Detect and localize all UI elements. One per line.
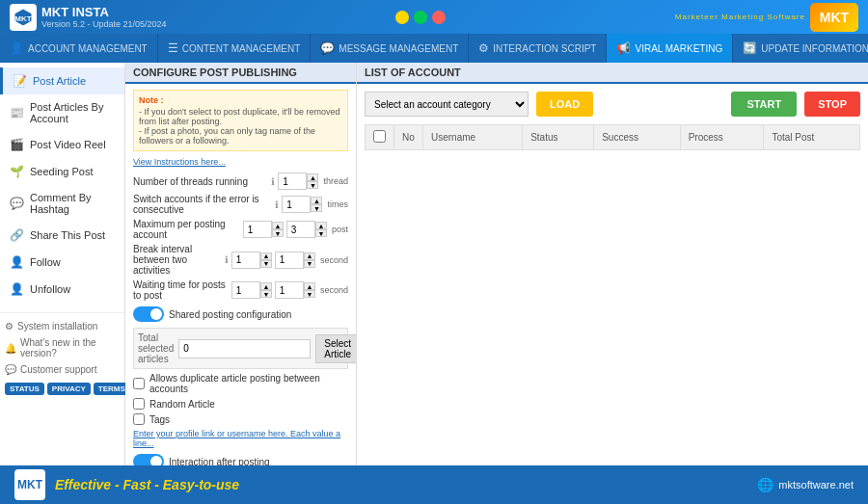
sidebar-customer-support[interactable]: 💬 Customer support	[0, 361, 124, 378]
customer-support-icon: 💬	[5, 364, 16, 375]
random-article-label: Random Article	[149, 399, 215, 410]
view-instructions-link[interactable]: View Instructions here...	[133, 157, 348, 167]
break-spinner1: ▲ ▼	[260, 252, 272, 268]
privacy-badge[interactable]: PRIVACY	[47, 383, 91, 395]
tab-viral-marketing[interactable]: 📢 VIRAL MARKETING	[607, 34, 733, 63]
random-article-checkbox[interactable]	[133, 398, 145, 410]
waiting-time-label: Waiting time for posts to post	[133, 279, 229, 301]
wait-spin-up1[interactable]: ▲	[260, 282, 272, 290]
footer: MKT Effective - Fast - Easy-to-use 🌐 mkt…	[0, 465, 868, 504]
break-spin-down2[interactable]: ▼	[304, 260, 315, 268]
maximize-button[interactable]: □	[414, 11, 427, 24]
max-spin-up1[interactable]: ▲	[272, 222, 284, 229]
system-installation-icon: ⚙	[5, 321, 14, 332]
svg-text:MKT: MKT	[14, 14, 31, 23]
total-articles-input[interactable]	[178, 339, 311, 358]
select-article-row: Total selected articles Select Article	[133, 328, 348, 369]
interaction-script-icon: ⚙	[478, 41, 489, 55]
configure-panel: CONFIGURE POST PUBLISHING Note : - If yo…	[125, 63, 357, 465]
max-spin-down2[interactable]: ▼	[315, 229, 327, 237]
consecutive-input-group: ▲ ▼	[282, 196, 322, 213]
break-input-group2: ▲ ▼	[275, 252, 315, 269]
tab-update-information[interactable]: 🔄 UPDATE INFORMATION	[733, 34, 868, 63]
wait-spin-down2[interactable]: ▼	[304, 290, 315, 298]
post-articles-account-icon: 📰	[10, 106, 24, 119]
break-input-max[interactable]	[275, 252, 304, 269]
globe-icon: 🌐	[757, 477, 773, 492]
tab-account-management[interactable]: 👤 ACCOUNT MANAGEMENT	[0, 34, 158, 63]
select-article-button[interactable]: Select Article	[315, 334, 357, 363]
break-spin-down1[interactable]: ▼	[260, 260, 272, 268]
tab-interaction-script[interactable]: ⚙ INTERACTION SCRIPT	[469, 34, 607, 63]
sidebar-item-follow[interactable]: 👤 Follow	[0, 249, 124, 276]
header-right: Marketeer Marketing Software MKT	[675, 3, 858, 32]
shared-posting-toggle[interactable]	[133, 306, 164, 322]
tags-checkbox[interactable]	[133, 413, 145, 425]
break-spinner2: ▲ ▼	[304, 252, 315, 268]
th-checkbox	[366, 125, 394, 150]
max-spin-up2[interactable]: ▲	[315, 222, 327, 229]
note-box: Note : - If you don't select to post dup…	[133, 90, 348, 151]
category-select[interactable]: Select an account category	[365, 92, 529, 117]
tab-content-management[interactable]: ☰ CONTENT MANAGEMENT	[158, 34, 312, 63]
table-header-row: No Username Status Success Process Total…	[366, 125, 860, 150]
max-input-max[interactable]	[286, 221, 315, 238]
break-input-min[interactable]	[231, 252, 260, 269]
status-badge[interactable]: STATUS	[5, 383, 44, 395]
break-spin-up2[interactable]: ▲	[304, 252, 315, 260]
sidebar-whats-new[interactable]: 🔔 What's new in the version?	[0, 334, 124, 361]
seeding-post-icon: 🌱	[10, 165, 24, 178]
allow-duplicate-checkbox[interactable]	[133, 378, 145, 389]
threads-input-group: ▲ ▼	[278, 172, 318, 190]
consecutive-input[interactable]	[282, 196, 311, 213]
minimize-button[interactable]: −	[395, 11, 409, 24]
sidebar-item-seeding-post[interactable]: 🌱 Seeding Post	[0, 158, 124, 185]
break-spin-up1[interactable]: ▲	[260, 252, 272, 260]
threads-spin-up[interactable]: ▲	[307, 173, 318, 181]
consecutive-spin-down[interactable]: ▼	[311, 204, 322, 212]
footer-right: 🌐 mktsoftware.net	[757, 477, 854, 492]
consecutive-spin-up[interactable]: ▲	[311, 197, 322, 204]
wait-spin-up2[interactable]: ▲	[304, 282, 315, 290]
note-label: Note :	[139, 95, 342, 105]
select-all-checkbox[interactable]	[373, 130, 386, 143]
interaction-label: Interaction after posting	[169, 457, 270, 466]
tab-message-management[interactable]: 💬 MESSAGE MANAGEMENT	[311, 34, 469, 63]
close-button[interactable]: ×	[432, 11, 446, 24]
max-input-min[interactable]	[243, 221, 272, 238]
tags-label: Tags	[149, 414, 170, 425]
consecutive-error-label: Switch accounts if the error is consecut…	[133, 194, 272, 215]
threads-info-icon: ℹ	[271, 176, 275, 187]
th-process: Process	[680, 125, 764, 150]
profile-link[interactable]: Enter your profile link or username here…	[133, 429, 348, 448]
wait-spin-down1[interactable]: ▼	[260, 290, 272, 298]
website-url[interactable]: mktsoftware.net	[778, 479, 854, 491]
interaction-toggle-row: Interaction after posting	[133, 454, 348, 465]
threads-input[interactable]	[278, 172, 307, 190]
sidebar-item-comment-hashtag[interactable]: 💬 Comment By Hashtag	[0, 185, 124, 222]
total-selected-label: Total selected articles	[138, 332, 174, 364]
sidebar-item-post-articles-account[interactable]: 📰 Post Articles By Account	[0, 94, 124, 131]
load-button[interactable]: LOAD	[536, 92, 593, 117]
sidebar-item-post-article[interactable]: 📝 Post Article	[0, 67, 124, 94]
window-header: MKT MKT INSTA Version 5.2 - Update 21/05…	[0, 0, 868, 34]
max-spin-down1[interactable]: ▼	[272, 229, 284, 237]
threads-spin-down[interactable]: ▼	[307, 181, 318, 189]
threads-running-label: Number of threads running	[133, 176, 268, 187]
max-per-account-row: Maximum per posting account ▲ ▼ ▲ ▼ post	[133, 219, 348, 240]
interaction-toggle[interactable]	[133, 454, 164, 465]
max-input-group1: ▲ ▼	[243, 221, 284, 238]
stop-button[interactable]: STOP	[804, 92, 860, 117]
content-area: CONFIGURE POST PUBLISHING Note : - If yo…	[125, 63, 868, 465]
sidebar-item-unfollow[interactable]: 👤 Unfollow	[0, 276, 124, 303]
allow-duplicate-row: Allows duplicate article posting between…	[133, 373, 348, 394]
note-line-2: - If post a photo, you can only tag name…	[139, 126, 342, 146]
comment-hashtag-icon: 💬	[10, 197, 24, 210]
sidebar-system-installation[interactable]: ⚙ System installation	[0, 318, 124, 334]
wait-input-max[interactable]	[275, 281, 304, 299]
wait-input-min[interactable]	[231, 281, 260, 299]
sidebar-item-share-post[interactable]: 🔗 Share This Post	[0, 222, 124, 249]
start-button[interactable]: START	[731, 92, 797, 117]
shared-posting-toggle-row: Shared posting configuration	[133, 306, 348, 322]
sidebar-item-post-video-reel[interactable]: 🎬 Post Video Reel	[0, 131, 124, 158]
